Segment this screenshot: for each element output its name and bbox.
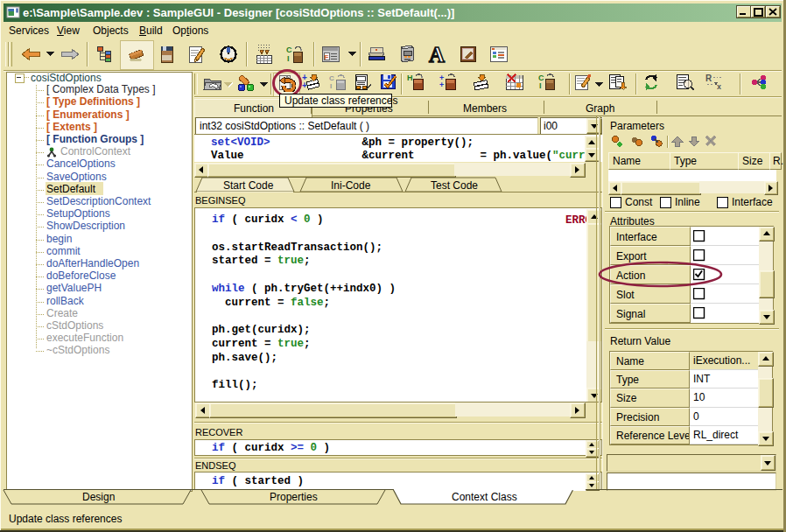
svg-text:A: A (429, 44, 445, 65)
svg-text:I: I (287, 54, 290, 63)
svg-text:C: C (286, 46, 292, 54)
svg-text:F: F (325, 53, 329, 61)
svg-text:+: + (439, 80, 444, 89)
svg-text:I: I (330, 82, 332, 90)
svg-text:x: x (717, 82, 721, 91)
svg-text:C: C (329, 74, 334, 82)
svg-text:I: I (539, 81, 542, 90)
svg-text:H: H (407, 74, 413, 82)
svg-text:R: R (705, 74, 712, 83)
